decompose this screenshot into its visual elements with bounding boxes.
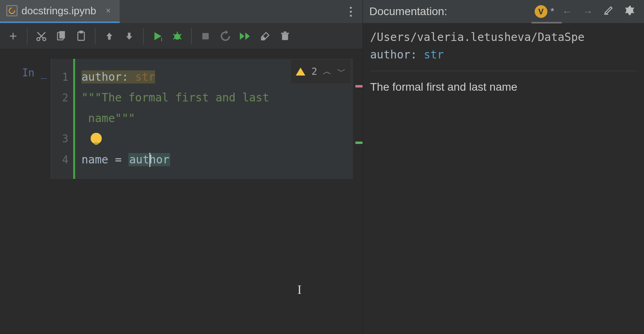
svg-rect-18 <box>284 31 287 33</box>
run-all-button[interactable] <box>236 27 254 45</box>
user-avatar-icon: V <box>535 5 547 18</box>
restart-button[interactable] <box>216 27 235 45</box>
svg-line-14 <box>179 37 181 39</box>
debug-cell-button[interactable] <box>168 27 186 45</box>
text-caret <box>149 153 150 167</box>
cell-prompt: In _ <box>0 59 51 179</box>
doc-file-path: /Users/valeria.letusheva/DataSpe <box>370 29 637 46</box>
svg-line-13 <box>173 37 175 39</box>
svg-point-9 <box>175 33 180 39</box>
clear-outputs-button[interactable] <box>256 27 274 45</box>
doc-divider <box>370 71 637 71</box>
doc-forward-button[interactable]: → <box>580 6 596 18</box>
notebook-toolbar: I <box>0 23 363 49</box>
code-line-1[interactable]: author: str <box>81 67 348 87</box>
delete-cell-button[interactable] <box>276 27 294 45</box>
line-number: 4 <box>51 150 68 170</box>
svg-text:I: I <box>161 37 162 42</box>
more-vertical-icon <box>350 7 352 17</box>
documentation-body: /Users/valeria.letusheva/DataSpe author:… <box>363 23 644 334</box>
file-tab[interactable]: docstrings.ipynb × <box>0 0 120 23</box>
doc-back-button[interactable]: ← <box>560 6 575 18</box>
doc-source-indicator[interactable]: V <box>535 5 547 18</box>
toolbar-separator <box>191 28 192 45</box>
move-up-button[interactable] <box>100 27 118 45</box>
move-down-button[interactable] <box>120 27 138 45</box>
run-cell-button[interactable]: I <box>148 27 167 45</box>
intention-bulb-icon[interactable] <box>91 133 102 144</box>
svg-rect-16 <box>282 34 288 40</box>
code-content[interactable]: 2 ︿ ﹀ author: str """The formal first an… <box>73 59 353 179</box>
stop-button[interactable] <box>196 27 215 45</box>
svg-line-12 <box>179 34 181 36</box>
modified-indicator: * <box>551 6 554 17</box>
code-line-4[interactable]: name = author <box>81 150 348 170</box>
tab-bar: docstrings.ipynb × <box>0 0 363 23</box>
error-stripe[interactable] <box>355 59 363 334</box>
documentation-pane: Documentation: V * ← → /Users/valeria.le… <box>363 0 644 334</box>
line-number: 3 <box>51 108 68 150</box>
doc-description: The formal first and last name <box>370 78 637 96</box>
line-number: 2 <box>51 87 68 108</box>
paste-button[interactable] <box>72 27 90 45</box>
cut-button[interactable] <box>32 27 50 45</box>
code-area[interactable]: In _ 1 2 3 4 2 ︿ ﹀ author: str """The fo… <box>0 49 363 334</box>
doc-symbol-signature: author: str <box>370 46 637 64</box>
copy-button[interactable] <box>52 27 70 45</box>
toolbar-separator <box>95 28 95 45</box>
editor-pane: docstrings.ipynb × I <box>0 0 363 334</box>
line-number-gutter: 1 2 3 4 <box>51 59 73 179</box>
svg-rect-17 <box>281 33 289 34</box>
documentation-header: Documentation: V * ← → <box>363 0 644 23</box>
code-cell[interactable]: In _ 1 2 3 4 2 ︿ ﹀ author: str """The fo… <box>0 59 353 179</box>
close-tab-icon[interactable]: × <box>106 6 111 16</box>
warning-marker[interactable] <box>355 85 363 87</box>
tab-filename: docstrings.ipynb <box>21 5 96 17</box>
svg-rect-15 <box>202 33 209 39</box>
toolbar-separator <box>27 28 27 45</box>
code-line-3[interactable] <box>81 129 348 150</box>
add-cell-button[interactable] <box>4 27 22 45</box>
svg-line-11 <box>173 34 175 36</box>
svg-rect-7 <box>80 31 83 33</box>
toolbar-separator <box>143 28 144 45</box>
code-line-2b[interactable]: name""" <box>81 108 348 129</box>
line-number: 1 <box>51 67 68 87</box>
svg-rect-5 <box>59 31 65 39</box>
documentation-title: Documentation: <box>369 5 447 18</box>
tab-overflow-button[interactable] <box>339 0 363 23</box>
doc-settings-button[interactable] <box>622 5 638 19</box>
code-line-2[interactable]: """The formal first and last <box>81 87 348 108</box>
edit-source-button[interactable] <box>601 5 616 18</box>
ok-marker[interactable] <box>355 142 363 144</box>
jupyter-file-icon <box>6 5 17 16</box>
ibeam-cursor-icon: I <box>297 282 302 297</box>
